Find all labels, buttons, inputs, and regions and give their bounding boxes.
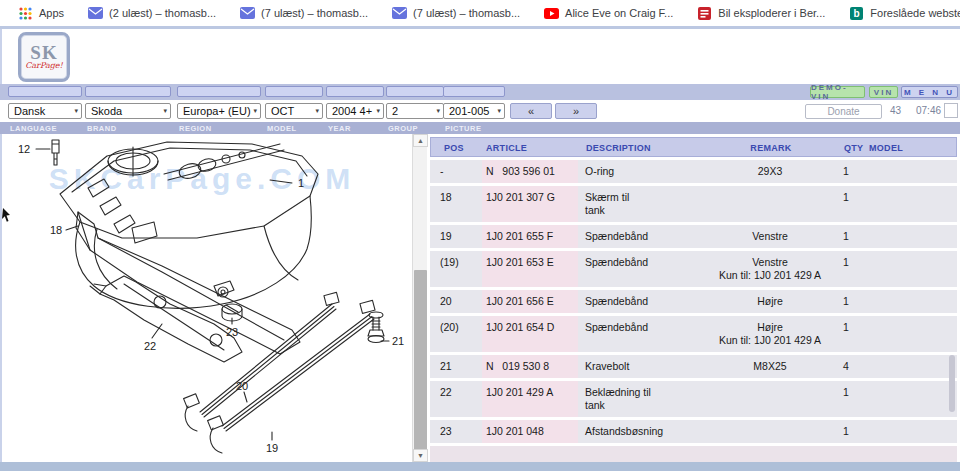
mail-icon	[88, 6, 103, 21]
table-row[interactable]: (20)1J0 201 654 DSpændebåndHøjreKun til:…	[430, 316, 957, 352]
bookmark-label: (2 ulæst) – thomasb...	[109, 7, 216, 19]
sk-carpage-logo[interactable]: SK CarPage!	[18, 32, 70, 82]
svg-text:b: b	[854, 8, 860, 19]
cell-description: Spændebånd	[585, 230, 700, 243]
region-filter-box[interactable]	[177, 86, 261, 97]
brand-column-label: BRAND	[87, 124, 117, 133]
bookmark-label: Alice Eve on Craig F...	[565, 7, 673, 19]
remark-line1: M8X25	[700, 360, 840, 373]
year-select-value: 2004 4+	[332, 105, 372, 117]
cell-article[interactable]: N 903 596 01	[486, 165, 578, 177]
cell-description: Spændebånd	[585, 295, 700, 308]
cell-description: O-ring	[585, 165, 700, 178]
brand-select-value: Skoda	[91, 105, 122, 117]
chevron-down-icon: ▾	[163, 107, 167, 115]
cell-qty: 1	[843, 425, 865, 437]
language-select[interactable]: Dansk▾	[8, 103, 82, 119]
group-column-label: GROUP	[388, 124, 418, 133]
donate-button[interactable]: Donate	[805, 104, 882, 119]
bookmark-item[interactable]: Alice Eve on Craig F...	[534, 4, 683, 23]
prev-picture-button[interactable]: «	[510, 103, 552, 119]
bing-icon: b	[849, 6, 864, 21]
callout-23: 23	[226, 326, 238, 338]
counter-value: 43	[890, 105, 901, 116]
table-row[interactable]: 191J0 201 655 FSpændebåndVenstre1	[430, 225, 957, 248]
cell-article[interactable]: 1J0 201 048	[486, 425, 578, 437]
remark-line2: Kun til: 1J0 201 429 A	[700, 269, 840, 282]
vin-button[interactable]: VIN	[869, 86, 898, 98]
header-remark: REMARK	[701, 143, 841, 153]
callout-1: 1	[298, 177, 304, 189]
cell-description: Spændebånd	[585, 321, 700, 334]
selectors-row: « » Donate 43 07:46 Dansk▾Skoda▾Europa+ …	[0, 100, 960, 122]
picture-filter-box[interactable]	[443, 86, 505, 97]
table-row[interactable]: 21N 019 530 8KraveboltM8X254	[430, 355, 957, 378]
diagram-scrollbar[interactable]: ▲ ▼	[412, 134, 427, 462]
scroll-up-button[interactable]: ▲	[413, 134, 428, 147]
table-row[interactable]: 201J0 201 656 ESpændebåndHøjre1	[430, 290, 957, 313]
menu-button[interactable]: M E N U	[901, 86, 958, 98]
region-select[interactable]: Europa+ (EU)▾	[177, 103, 261, 119]
diagram-scrollbar-thumb[interactable]	[414, 270, 427, 450]
model-filter-box[interactable]	[265, 86, 323, 97]
cell-article[interactable]: 1J0 201 655 F	[486, 230, 578, 242]
chevron-down-icon: ▾	[497, 107, 501, 115]
table-row[interactable]: -N 903 596 01O-ring29X31	[430, 160, 957, 183]
cell-article[interactable]: 1J0 201 307 G	[486, 191, 578, 203]
table-row[interactable]: 181J0 201 307 GSkærm til tank1	[430, 186, 957, 222]
logo-subtext: CarPage!	[25, 61, 63, 70]
cell-article[interactable]: 1J0 201 429 A	[486, 386, 578, 398]
region-column-label: REGION	[179, 124, 212, 133]
year-select[interactable]: 2004 4+▾	[326, 103, 384, 119]
cell-remark: Venstre	[700, 230, 840, 243]
cell-qty: 1	[843, 321, 865, 333]
table-row[interactable]: 221J0 201 429 ABeklædning til tank1	[430, 381, 957, 417]
model-select[interactable]: OCT▾	[265, 103, 323, 119]
fuel-tank-diagram: SKCarPage.COM	[2, 134, 412, 462]
language-filter-box[interactable]	[8, 86, 82, 97]
scroll-down-button[interactable]: ▼	[413, 449, 428, 462]
group-filter-box[interactable]	[386, 86, 444, 97]
bookmark-item[interactable]: Bil eksploderer i Ber...	[687, 4, 835, 23]
watermark-text: SKCarPage.COM	[49, 162, 356, 195]
remark-line1: Venstre	[700, 256, 840, 269]
cell-description: Beklædning til tank	[585, 386, 700, 412]
cell-remark: HøjreKun til: 1J0 201 429 A	[700, 321, 840, 347]
cell-qty: 1	[843, 230, 865, 242]
bookmark-item[interactable]: (7 ulæst) – thomasb...	[382, 4, 530, 23]
next-picture-button[interactable]: »	[555, 103, 597, 119]
picture-select-value: 201-005	[449, 105, 489, 117]
year-filter-box[interactable]	[326, 86, 384, 97]
group-select[interactable]: 2▾	[386, 103, 444, 119]
cell-article[interactable]: N 019 530 8	[486, 360, 578, 372]
mini-field[interactable]	[944, 103, 958, 118]
bookmark-item[interactable]: bForeslåede websted...	[839, 4, 960, 23]
clock-value: 07:46	[916, 105, 941, 116]
demo-vin-button[interactable]: DEMO-VIN	[810, 86, 865, 98]
table-header-row: POS ARTICLE DESCRIPTION REMARK QTY MODEL	[430, 137, 957, 157]
cell-remark: VenstreKun til: 1J0 201 429 A	[700, 256, 840, 282]
header-qty: QTY	[844, 143, 863, 153]
table-row[interactable]: 231J0 201 048Afstandsbøsning1	[430, 420, 957, 443]
picture-select[interactable]: 201-005▾	[443, 103, 505, 119]
parts-catalog-page: Apps(2 ulæst) – thomasb...(7 ulæst) – th…	[0, 0, 960, 471]
table-scrollbar[interactable]	[949, 137, 955, 460]
bookmark-item[interactable]: Apps	[8, 4, 74, 23]
table-scrollbar-thumb[interactable]	[949, 355, 955, 412]
header-model: MODEL	[869, 143, 903, 153]
bookmark-item[interactable]: (2 ulæst) – thomasb...	[78, 4, 226, 23]
bookmarks-bar: Apps(2 ulæst) – thomasb...(7 ulæst) – th…	[0, 0, 960, 26]
callout-12: 12	[18, 143, 30, 155]
cell-pos: (19)	[440, 256, 480, 268]
bookmark-label: (7 ulæst) – thomasb...	[413, 7, 520, 19]
brand-select[interactable]: Skoda▾	[85, 103, 171, 119]
apps-icon	[18, 6, 33, 21]
callout-18: 18	[50, 224, 62, 236]
cell-article[interactable]: 1J0 201 654 D	[486, 321, 578, 333]
table-row[interactable]: (19)1J0 201 653 ESpændebåndVenstreKun ti…	[430, 251, 957, 287]
brand-filter-box[interactable]	[85, 86, 171, 97]
bookmark-item[interactable]: (7 ulæst) – thomasb...	[230, 4, 378, 23]
callout-19: 19	[266, 442, 278, 454]
cell-article[interactable]: 1J0 201 656 E	[486, 295, 578, 307]
cell-article[interactable]: 1J0 201 653 E	[486, 256, 578, 268]
